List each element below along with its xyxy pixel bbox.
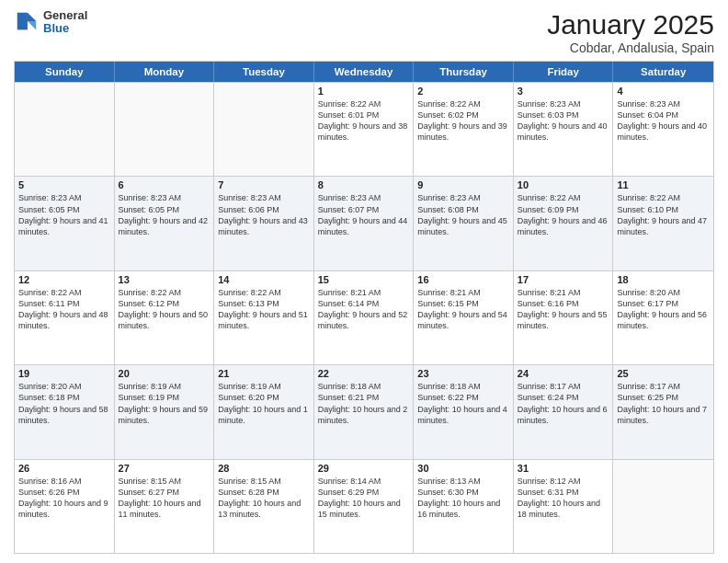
calendar-cell: 17Sunrise: 8:21 AM Sunset: 6:16 PM Dayli… <box>514 271 614 364</box>
calendar-cell: 22Sunrise: 8:18 AM Sunset: 6:21 PM Dayli… <box>314 365 415 458</box>
calendar-row: 12Sunrise: 8:22 AM Sunset: 6:11 PM Dayli… <box>15 270 713 364</box>
day-info: Sunrise: 8:20 AM Sunset: 6:17 PM Dayligh… <box>617 287 710 332</box>
day-info: Sunrise: 8:21 AM Sunset: 6:15 PM Dayligh… <box>417 287 509 332</box>
day-info: Sunrise: 8:17 AM Sunset: 6:25 PM Dayligh… <box>617 381 710 426</box>
calendar-cell: 23Sunrise: 8:18 AM Sunset: 6:22 PM Dayli… <box>414 365 514 458</box>
calendar-cell: 2Sunrise: 8:22 AM Sunset: 6:02 PM Daylig… <box>414 83 514 176</box>
day-number: 21 <box>218 368 310 379</box>
day-info: Sunrise: 8:21 AM Sunset: 6:14 PM Dayligh… <box>318 287 410 332</box>
calendar-cell: 29Sunrise: 8:14 AM Sunset: 6:29 PM Dayli… <box>314 460 415 553</box>
calendar-cell: 26Sunrise: 8:16 AM Sunset: 6:26 PM Dayli… <box>15 460 115 553</box>
day-info: Sunrise: 8:12 AM Sunset: 6:31 PM Dayligh… <box>518 476 609 521</box>
calendar-cell: 4Sunrise: 8:23 AM Sunset: 6:04 PM Daylig… <box>613 83 713 176</box>
calendar-cell: 21Sunrise: 8:19 AM Sunset: 6:20 PM Dayli… <box>214 365 314 458</box>
calendar-cell: 14Sunrise: 8:22 AM Sunset: 6:13 PM Dayli… <box>214 271 314 364</box>
day-info: Sunrise: 8:14 AM Sunset: 6:29 PM Dayligh… <box>318 476 410 521</box>
logo-text: General Blue <box>43 9 87 36</box>
day-number: 3 <box>518 86 609 97</box>
day-info: Sunrise: 8:16 AM Sunset: 6:26 PM Dayligh… <box>18 476 110 521</box>
day-info: Sunrise: 8:22 AM Sunset: 6:13 PM Dayligh… <box>218 287 310 332</box>
day-info: Sunrise: 8:22 AM Sunset: 6:09 PM Dayligh… <box>518 192 609 237</box>
day-info: Sunrise: 8:22 AM Sunset: 6:01 PM Dayligh… <box>318 98 410 144</box>
day-number: 23 <box>417 368 509 379</box>
day-number: 12 <box>18 274 110 285</box>
day-number: 5 <box>18 179 110 190</box>
day-number: 18 <box>617 274 710 285</box>
day-number: 24 <box>518 368 609 379</box>
day-info: Sunrise: 8:15 AM Sunset: 6:27 PM Dayligh… <box>119 476 210 521</box>
title-block: January 2025 Cobdar, Andalusia, Spain <box>547 9 714 55</box>
calendar-cell: 27Sunrise: 8:15 AM Sunset: 6:27 PM Dayli… <box>115 460 215 553</box>
calendar-cell: 13Sunrise: 8:22 AM Sunset: 6:12 PM Dayli… <box>115 271 215 364</box>
calendar-cell <box>15 83 115 176</box>
day-info: Sunrise: 8:23 AM Sunset: 6:03 PM Dayligh… <box>518 98 609 144</box>
svg-marker-0 <box>28 13 36 21</box>
calendar-cell: 28Sunrise: 8:15 AM Sunset: 6:28 PM Dayli… <box>214 460 314 553</box>
day-number: 15 <box>318 274 410 285</box>
day-info: Sunrise: 8:22 AM Sunset: 6:11 PM Dayligh… <box>18 287 110 332</box>
day-info: Sunrise: 8:23 AM Sunset: 6:06 PM Dayligh… <box>218 192 310 237</box>
calendar-cell: 10Sunrise: 8:22 AM Sunset: 6:09 PM Dayli… <box>514 177 614 270</box>
calendar-body: 1Sunrise: 8:22 AM Sunset: 6:01 PM Daylig… <box>15 82 713 553</box>
calendar-cell: 30Sunrise: 8:13 AM Sunset: 6:30 PM Dayli… <box>414 460 514 553</box>
calendar-location: Cobdar, Andalusia, Spain <box>547 40 714 55</box>
day-info: Sunrise: 8:20 AM Sunset: 6:18 PM Dayligh… <box>18 381 110 426</box>
day-number: 1 <box>318 86 410 97</box>
day-info: Sunrise: 8:23 AM Sunset: 6:05 PM Dayligh… <box>119 192 210 237</box>
day-number: 26 <box>18 463 110 474</box>
day-number: 22 <box>318 368 410 379</box>
day-number: 4 <box>617 86 710 97</box>
calendar-cell: 1Sunrise: 8:22 AM Sunset: 6:01 PM Daylig… <box>314 83 415 176</box>
day-info: Sunrise: 8:23 AM Sunset: 6:04 PM Dayligh… <box>617 98 710 144</box>
day-number: 20 <box>119 368 210 379</box>
day-info: Sunrise: 8:13 AM Sunset: 6:30 PM Dayligh… <box>417 476 509 521</box>
weekday-header: Friday <box>514 62 614 82</box>
day-number: 9 <box>417 179 509 190</box>
calendar-row: 26Sunrise: 8:16 AM Sunset: 6:26 PM Dayli… <box>15 459 713 553</box>
calendar-cell: 16Sunrise: 8:21 AM Sunset: 6:15 PM Dayli… <box>414 271 514 364</box>
calendar-cell <box>613 460 713 553</box>
day-number: 11 <box>617 179 710 190</box>
header: General Blue January 2025 Cobdar, Andalu… <box>14 9 714 55</box>
logo-blue: Blue <box>43 22 87 35</box>
day-info: Sunrise: 8:22 AM Sunset: 6:02 PM Dayligh… <box>417 98 509 144</box>
calendar-row: 19Sunrise: 8:20 AM Sunset: 6:18 PM Dayli… <box>15 364 713 458</box>
day-info: Sunrise: 8:18 AM Sunset: 6:21 PM Dayligh… <box>318 381 410 426</box>
calendar-cell: 19Sunrise: 8:20 AM Sunset: 6:18 PM Dayli… <box>15 365 115 458</box>
calendar-cell: 3Sunrise: 8:23 AM Sunset: 6:03 PM Daylig… <box>514 83 614 176</box>
calendar-cell: 5Sunrise: 8:23 AM Sunset: 6:05 PM Daylig… <box>15 177 115 270</box>
calendar-header: SundayMondayTuesdayWednesdayThursdayFrid… <box>15 62 713 82</box>
weekday-header: Monday <box>115 62 215 82</box>
day-info: Sunrise: 8:23 AM Sunset: 6:07 PM Dayligh… <box>318 192 410 237</box>
logo-general: General <box>43 9 87 22</box>
calendar-cell: 25Sunrise: 8:17 AM Sunset: 6:25 PM Dayli… <box>613 365 713 458</box>
calendar-cell: 12Sunrise: 8:22 AM Sunset: 6:11 PM Dayli… <box>15 271 115 364</box>
calendar-cell: 9Sunrise: 8:23 AM Sunset: 6:08 PM Daylig… <box>414 177 514 270</box>
day-number: 31 <box>518 463 609 474</box>
calendar-cell: 24Sunrise: 8:17 AM Sunset: 6:24 PM Dayli… <box>514 365 614 458</box>
calendar-cell: 31Sunrise: 8:12 AM Sunset: 6:31 PM Dayli… <box>514 460 614 553</box>
day-number: 10 <box>518 179 609 190</box>
day-info: Sunrise: 8:19 AM Sunset: 6:20 PM Dayligh… <box>218 381 310 426</box>
calendar-cell <box>115 83 215 176</box>
day-info: Sunrise: 8:22 AM Sunset: 6:12 PM Dayligh… <box>119 287 210 332</box>
calendar-cell <box>214 83 314 176</box>
day-info: Sunrise: 8:21 AM Sunset: 6:16 PM Dayligh… <box>518 287 609 332</box>
calendar-cell: 11Sunrise: 8:22 AM Sunset: 6:10 PM Dayli… <box>613 177 713 270</box>
calendar-cell: 7Sunrise: 8:23 AM Sunset: 6:06 PM Daylig… <box>214 177 314 270</box>
calendar-cell: 6Sunrise: 8:23 AM Sunset: 6:05 PM Daylig… <box>115 177 215 270</box>
day-number: 16 <box>417 274 509 285</box>
day-number: 17 <box>518 274 609 285</box>
day-number: 25 <box>617 368 710 379</box>
calendar-page: General Blue January 2025 Cobdar, Andalu… <box>0 0 728 563</box>
calendar-row: 5Sunrise: 8:23 AM Sunset: 6:05 PM Daylig… <box>15 176 713 270</box>
day-number: 8 <box>318 179 410 190</box>
calendar-cell: 20Sunrise: 8:19 AM Sunset: 6:19 PM Dayli… <box>115 365 215 458</box>
day-number: 29 <box>318 463 410 474</box>
day-info: Sunrise: 8:23 AM Sunset: 6:08 PM Dayligh… <box>417 192 509 237</box>
day-number: 30 <box>417 463 509 474</box>
calendar-cell: 15Sunrise: 8:21 AM Sunset: 6:14 PM Dayli… <box>314 271 415 364</box>
calendar-row: 1Sunrise: 8:22 AM Sunset: 6:01 PM Daylig… <box>15 82 713 176</box>
weekday-header: Thursday <box>414 62 514 82</box>
calendar-cell: 18Sunrise: 8:20 AM Sunset: 6:17 PM Dayli… <box>613 271 713 364</box>
